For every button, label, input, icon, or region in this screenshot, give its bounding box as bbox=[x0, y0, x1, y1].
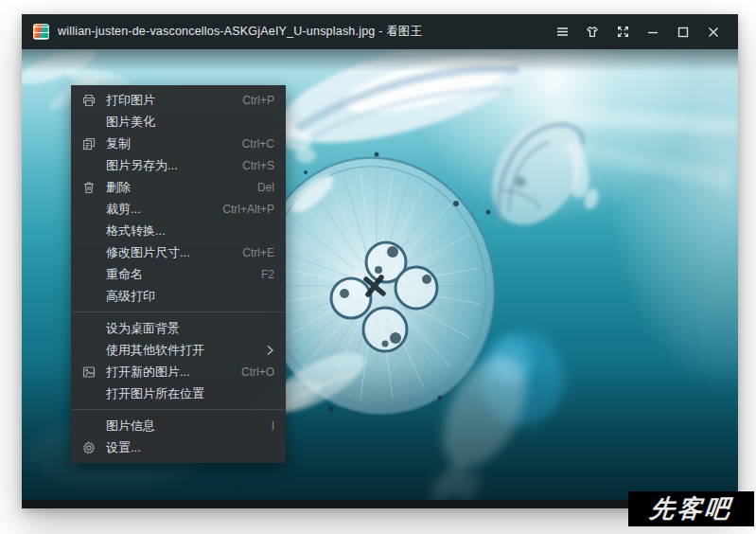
window-title: willian-justen-de-vasconcellos-ASKGjAeIY… bbox=[58, 24, 547, 40]
trash-icon bbox=[71, 180, 106, 195]
menu-item-label: 修改图片尺寸... bbox=[106, 244, 225, 261]
app-logo-icon bbox=[33, 24, 49, 40]
menu-item-open-with[interactable]: 使用其他软件打开 bbox=[71, 339, 286, 361]
menu-item-save-as[interactable]: 图片另存为...Ctrl+S bbox=[71, 154, 286, 176]
menu-item-shortcut: Ctrl+P bbox=[242, 94, 274, 107]
menu-item-print-image[interactable]: 打印图片Ctrl+P bbox=[71, 89, 286, 111]
menu-item-shortcut: F2 bbox=[261, 268, 274, 281]
menu-item-label: 删除 bbox=[106, 179, 240, 196]
menu-item-label: 重命名 bbox=[106, 266, 244, 283]
copy-icon bbox=[71, 136, 106, 151]
menu-item-shortcut: Del bbox=[257, 181, 274, 194]
fullscreen-button[interactable] bbox=[607, 14, 638, 49]
menu-separator bbox=[72, 312, 285, 312]
menu-item-label: 打开新的图片... bbox=[106, 364, 224, 381]
gear-icon bbox=[71, 440, 106, 455]
menu-item-label: 打开图片所在位置 bbox=[106, 385, 274, 402]
menu-item-beautify[interactable]: 图片美化 bbox=[71, 111, 286, 133]
menu-item-shortcut: Ctrl+C bbox=[242, 137, 274, 151]
menu-separator bbox=[72, 409, 285, 410]
menu-item-open-new-image[interactable]: 打开新的图片...Ctrl+O bbox=[71, 361, 286, 383]
menu-item-advanced-print[interactable]: 高级打印 bbox=[71, 285, 286, 307]
menu-item-shortcut: Ctrl+O bbox=[241, 365, 274, 379]
menu-item-label: 图片美化 bbox=[106, 114, 274, 131]
image-viewer-window: willian-justen-de-vasconcellos-ASKGjAeIY… bbox=[22, 14, 738, 508]
close-icon bbox=[707, 26, 720, 39]
menu-item-shortcut: Ctrl+Alt+P bbox=[222, 203, 274, 216]
watermark-badge: 先客吧 bbox=[628, 491, 754, 526]
maximize-button[interactable] bbox=[668, 14, 698, 49]
minimize-icon bbox=[646, 26, 659, 39]
watermark-text: 先客吧 bbox=[648, 492, 734, 525]
close-button[interactable] bbox=[698, 14, 729, 49]
menu-item-resize-image[interactable]: 修改图片尺寸...Ctrl+E bbox=[71, 241, 286, 263]
menu-item-delete[interactable]: 删除Del bbox=[71, 176, 286, 198]
menu-item-shortcut: I bbox=[272, 419, 274, 433]
menu-item-shortcut: Ctrl+S bbox=[242, 159, 274, 172]
menu-item-open-location[interactable]: 打开图片所在位置 bbox=[71, 383, 286, 404]
menu-item-shortcut: Ctrl+E bbox=[242, 246, 274, 259]
menu-item-label: 图片信息 bbox=[106, 418, 255, 435]
menu-item-label: 裁剪... bbox=[106, 201, 205, 218]
hamburger-icon bbox=[555, 25, 570, 39]
menu-item-crop[interactable]: 裁剪...Ctrl+Alt+P bbox=[71, 198, 286, 220]
menu-item-label: 设置... bbox=[106, 439, 274, 456]
menu-item-label: 使用其他软件打开 bbox=[106, 342, 256, 359]
menu-item-set-wallpaper[interactable]: 设为桌面背景 bbox=[71, 317, 286, 339]
menu-item-copy[interactable]: 复制Ctrl+C bbox=[71, 133, 286, 154]
printer-icon bbox=[71, 93, 106, 108]
titlebar[interactable]: willian-justen-de-vasconcellos-ASKGjAeIY… bbox=[22, 14, 738, 49]
menu-item-label: 复制 bbox=[106, 135, 225, 152]
tshirt-icon bbox=[585, 25, 600, 39]
menu-item-label: 图片另存为... bbox=[106, 157, 225, 174]
expand-icon bbox=[616, 25, 630, 39]
menu-item-rename[interactable]: 重命名F2 bbox=[71, 263, 286, 285]
menu-item-label: 设为桌面背景 bbox=[106, 320, 274, 337]
main-menu-button[interactable] bbox=[547, 14, 577, 49]
image-icon bbox=[71, 365, 106, 380]
menu-item-label: 高级打印 bbox=[106, 288, 274, 305]
menu-item-format-convert[interactable]: 格式转换... bbox=[71, 220, 286, 241]
skin-button[interactable] bbox=[577, 14, 607, 49]
menu-item-label: 格式转换... bbox=[106, 222, 274, 240]
maximize-icon bbox=[677, 26, 690, 39]
window-controls bbox=[547, 14, 729, 49]
menu-item-settings[interactable]: 设置... bbox=[71, 436, 286, 458]
minimize-button[interactable] bbox=[638, 14, 668, 49]
chevron-right-icon bbox=[266, 345, 274, 356]
screen: willian-justen-de-vasconcellos-ASKGjAeIY… bbox=[0, 0, 756, 534]
menu-item-label: 打印图片 bbox=[106, 92, 225, 109]
menu-item-image-info[interactable]: 图片信息I bbox=[71, 415, 286, 436]
context-menu: 打印图片Ctrl+P图片美化复制Ctrl+C图片另存为...Ctrl+S删除De… bbox=[71, 85, 286, 463]
